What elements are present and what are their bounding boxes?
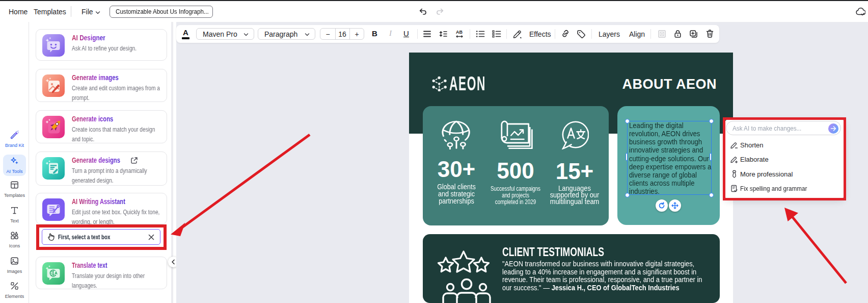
svg-text:AB: AB [456, 30, 463, 35]
